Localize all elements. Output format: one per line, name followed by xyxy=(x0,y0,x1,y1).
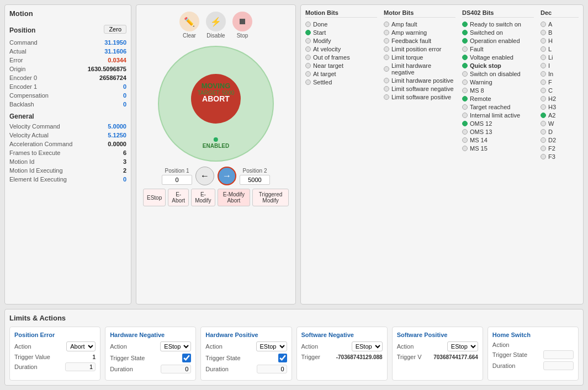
emodify-abort-button[interactable]: E-Modify Abort xyxy=(218,189,251,206)
status-dot xyxy=(384,78,389,83)
control-buttons-row: ✏️ Clear ⚡ Disable ⏹ Stop xyxy=(179,12,252,39)
status-text: A2 xyxy=(548,112,555,119)
status-item: Limit position error xyxy=(384,46,455,52)
status-item: D xyxy=(541,129,579,135)
status-dot xyxy=(541,55,546,60)
nav-left-button[interactable]: ← xyxy=(195,167,214,185)
motion-panel: Motion Position Zero Command31.1950Actua… xyxy=(4,4,131,304)
status-dot xyxy=(384,66,389,72)
duration-input[interactable] xyxy=(257,365,287,373)
action-select[interactable]: EStop xyxy=(160,341,191,351)
status-item: Switched on xyxy=(462,29,534,36)
disable-button[interactable]: ⚡ Disable xyxy=(206,12,226,39)
field-label: Motion Id xyxy=(9,158,34,165)
status-dot xyxy=(384,46,389,52)
status-dot xyxy=(305,46,311,52)
position-section-title: Position xyxy=(9,26,35,34)
status-text: Limit hardware negative xyxy=(391,62,455,76)
status-item: Warning xyxy=(462,79,534,86)
field-value: 3 xyxy=(123,158,126,165)
status-item: Near target xyxy=(305,62,377,69)
status-dot xyxy=(541,38,546,44)
status-item: Li xyxy=(541,54,579,61)
status-dot xyxy=(305,55,311,60)
status-text: Amp warning xyxy=(391,29,427,36)
status-text: Switched on xyxy=(470,29,503,36)
status-text: A xyxy=(548,21,552,28)
trigger-value: 1 xyxy=(93,354,96,360)
limit-card: Software PositiveActionEStopTrigger V703… xyxy=(392,327,483,381)
zero-button[interactable]: Zero xyxy=(104,25,126,34)
status-dot xyxy=(541,137,546,143)
status-dot xyxy=(384,30,389,35)
status-item: MS 15 xyxy=(462,145,534,152)
limit-duration-row: Duration xyxy=(14,362,96,371)
general-field-row: Motion Id Executing2 xyxy=(9,167,126,174)
clear-button[interactable]: ✏️ Clear xyxy=(179,12,199,39)
field-label: Frames to Execute xyxy=(9,149,60,156)
triggered-modify-button[interactable]: Triggered Modify xyxy=(252,189,289,206)
trigger-input[interactable] xyxy=(543,350,574,359)
action-select[interactable]: EStop xyxy=(352,341,383,351)
status-text: Settled xyxy=(313,79,332,86)
status-dot xyxy=(541,113,546,118)
status-text: Internal limit active xyxy=(470,112,520,119)
status-item: Limit software positive xyxy=(384,94,455,100)
status-item: Fault xyxy=(462,46,534,52)
limit-trigger-row: Trigger State xyxy=(205,354,287,362)
field-value: 31.1950 xyxy=(104,39,126,46)
estop-button[interactable]: EStop xyxy=(143,189,166,206)
dec-bits-title: Dec xyxy=(541,9,579,18)
status-item: Start xyxy=(305,29,377,36)
duration-input[interactable] xyxy=(161,365,191,373)
limit-trigger-label: Trigger State xyxy=(205,355,240,361)
position2-input[interactable] xyxy=(240,175,270,185)
field-label: Origin xyxy=(9,66,25,72)
limit-action-label: Action xyxy=(14,343,31,350)
stop-button[interactable]: ⏹ Stop xyxy=(232,12,252,39)
field-label: Encoder 0 xyxy=(9,74,37,81)
action-select[interactable]: EStop xyxy=(256,341,287,351)
trigger-checkbox[interactable] xyxy=(182,354,191,362)
ds402-bits-title: DS402 Bits xyxy=(462,9,534,18)
status-text: D2 xyxy=(548,137,556,143)
status-text: F3 xyxy=(548,153,555,160)
general-field-row: Motion Id3 xyxy=(9,158,126,165)
status-dot xyxy=(305,79,311,85)
limit-action-label: Action xyxy=(397,343,414,350)
trigger-checkbox[interactable] xyxy=(278,354,287,362)
status-text: Done xyxy=(313,21,327,28)
limit-action-row: ActionEStop xyxy=(301,341,383,351)
duration-input[interactable] xyxy=(65,362,96,371)
field-value: 26586724 xyxy=(99,74,126,81)
field-value: 6 xyxy=(123,149,126,156)
status-text: Modify xyxy=(313,38,331,44)
limits-panel: Limits & Actions Position ErrorActionAbo… xyxy=(4,309,584,386)
field-value: 0 xyxy=(123,83,126,90)
disable-icon: ⚡ xyxy=(206,12,226,31)
action-select[interactable]: EStop xyxy=(447,341,478,351)
limit-action-label: Action xyxy=(110,343,127,350)
status-dot xyxy=(462,22,468,27)
status-dot xyxy=(541,71,546,77)
general-field-row: Acceleration Command0.0000 xyxy=(9,140,126,148)
position-field-row: Error0.0344 xyxy=(9,56,126,64)
status-item: At velocity xyxy=(305,46,377,52)
emodify-button[interactable]: E-Modify xyxy=(191,189,215,206)
eabort-button[interactable]: E-Abort xyxy=(168,189,189,206)
position1-input[interactable] xyxy=(162,175,192,185)
position-field-row: Actual31.1606 xyxy=(9,47,126,55)
nav-right-button[interactable]: → xyxy=(218,167,236,185)
ds402-bits-column: DS402 Bits Ready to switch onSwitched on… xyxy=(462,9,534,300)
action-select[interactable]: Abort xyxy=(66,341,96,351)
duration-input[interactable] xyxy=(543,361,574,370)
status-text: Limit software positive xyxy=(391,94,451,100)
position-fields: Command31.1950Actual31.1606Error0.0344Or… xyxy=(9,39,126,108)
status-dot xyxy=(462,46,468,52)
status-item: At target xyxy=(305,71,377,77)
status-text: At target xyxy=(313,71,336,77)
status-dot xyxy=(462,55,468,60)
limit-card-title: Position Error xyxy=(14,332,96,338)
position-field-row: Encoder 10 xyxy=(9,83,126,90)
status-dot xyxy=(541,154,546,159)
